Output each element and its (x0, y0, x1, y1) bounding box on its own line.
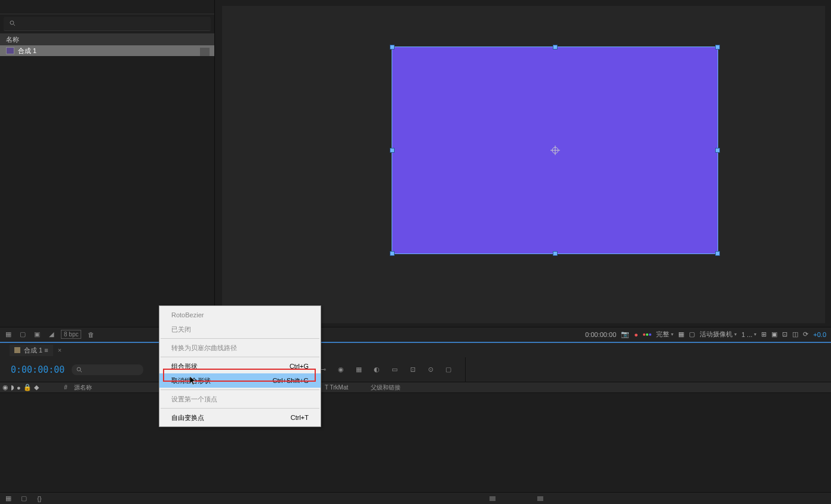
show-channel-icon[interactable]: ● (634, 331, 638, 338)
timeline-tab-comp1[interactable]: 合成 1 ≡ (10, 345, 53, 356)
snapshot-icon[interactable]: 📷 (621, 330, 629, 338)
toggle-modes-icon[interactable]: ▢ (19, 494, 29, 503)
nav-handle[interactable] (537, 496, 543, 501)
selection-handle[interactable] (390, 45, 395, 50)
search-icon (10, 20, 16, 27)
delete-icon[interactable]: 🗑 (86, 330, 96, 339)
project-search[interactable] (4, 17, 211, 31)
transparency-grid-icon[interactable]: ▦ (678, 330, 684, 338)
svg-line-6 (81, 370, 82, 372)
timeline-tabs: 合成 1 ≡ × (0, 343, 831, 357)
selection-handle[interactable] (390, 251, 395, 256)
menu-separator (161, 357, 319, 357)
menu-rotobezier: RotoBezier (159, 308, 321, 322)
safe-zones-icon[interactable]: ▣ (771, 330, 777, 338)
menu-separator (161, 408, 319, 409)
project-panel: 名称 合成 1 ▦ ▢ ▣ ◢ 8 bpc 🗑 (0, 0, 215, 341)
menu-ungroup-shapes[interactable]: 取消组合形状Ctrl+Shift+G (159, 373, 321, 388)
layer-switches-icon[interactable]: ▢ (443, 364, 454, 375)
selection-handle[interactable] (715, 148, 720, 153)
selection-handle[interactable] (715, 251, 720, 256)
project-item-comp1[interactable]: 合成 1 (0, 45, 214, 56)
timeline-footer: ▦ ▢ {} (0, 492, 466, 504)
bpc-label[interactable]: 8 bpc (61, 330, 81, 339)
menu-separator (161, 389, 319, 390)
search-icon (76, 367, 82, 373)
timeline-tools: ⊸ ◉ ▦ ◐ ▭ ⊡ ⊙ ▢ (318, 364, 454, 375)
column-parent[interactable]: 父级和链接 (368, 384, 403, 392)
new-comp-icon[interactable]: ▣ (32, 330, 42, 339)
camera-dropdown[interactable]: 活动摄像机 ▾ (700, 330, 737, 339)
frame-blend-icon[interactable]: ▦ (353, 364, 364, 375)
fast-preview-icon[interactable]: ⟳ (803, 330, 808, 338)
selection-handle[interactable] (553, 45, 558, 50)
timeline-search[interactable] (72, 364, 143, 375)
toggle-brackets-icon[interactable]: {} (35, 494, 44, 503)
label-column-icon[interactable]: ◆ (34, 384, 39, 391)
nav-handle[interactable] (490, 496, 495, 501)
toggle-switches-icon[interactable]: ▦ (4, 494, 13, 503)
selection-handle[interactable] (553, 251, 558, 256)
guides-icon[interactable]: ⊞ (761, 330, 767, 338)
selection-handle[interactable] (715, 45, 720, 50)
interpret-footage-icon[interactable]: ▦ (4, 330, 13, 339)
timeline-column-headers: ◉ ◗ ● 🔒 ◆ # 源名称 T TrkMat 父级和链接 (0, 382, 831, 393)
menu-closed: 已关闭 (159, 322, 321, 336)
grid-icon[interactable]: ⊡ (782, 330, 787, 338)
anchor-point-icon[interactable] (550, 146, 560, 155)
timeline-timecode[interactable]: 0:00:00:00 (11, 364, 64, 375)
draft3d-icon[interactable]: ◉ (336, 364, 346, 375)
lock-column-icon[interactable]: 🔒 (23, 384, 32, 391)
viewer-timecode[interactable]: 0:00:00:00 (585, 331, 616, 338)
timeline-panel: 合成 1 ≡ × 0:00:00:00 ⊸ ◉ ▦ ◐ ▭ ⊡ ⊙ ▢ (0, 342, 831, 504)
tab-label: 合成 1 ≡ (24, 346, 48, 355)
project-top-spacer (0, 0, 214, 14)
timeline-header: 0:00:00:00 ⊸ ◉ ▦ ◐ ▭ ⊡ ⊙ ▢ (0, 357, 831, 382)
mask-toggle-icon[interactable]: ▢ (689, 330, 695, 338)
motion-blur-icon[interactable]: ◐ (371, 364, 382, 375)
color-management-icon[interactable] (643, 333, 651, 336)
new-folder-icon[interactable]: ▢ (18, 330, 27, 339)
composition-icon (6, 47, 14, 54)
context-menu: RotoBezier 已关闭 转换为贝塞尔曲线路径 组合形状Ctrl+G 取消组… (159, 305, 321, 427)
project-item-label: 合成 1 (18, 47, 36, 55)
menu-free-transform[interactable]: 自由变换点Ctrl+T (159, 410, 321, 425)
view-count-dropdown[interactable]: 1 ... ▾ (741, 331, 756, 338)
resolution-dropdown[interactable]: 完整 ▾ (656, 330, 673, 339)
svg-point-0 (10, 21, 14, 24)
svg-line-1 (14, 24, 16, 26)
svg-point-5 (77, 367, 81, 371)
menu-separator (161, 338, 319, 339)
shy-icon[interactable]: ⊡ (407, 364, 418, 375)
shape-rectangle[interactable] (392, 47, 718, 254)
tab-close-icon[interactable]: × (58, 347, 61, 354)
pixel-ratio-icon[interactable]: ◫ (792, 330, 798, 338)
audio-column-icon[interactable]: ◗ (11, 384, 14, 391)
brain-icon[interactable]: ⊙ (425, 364, 436, 375)
column-source-name[interactable]: 源名称 (72, 384, 155, 392)
folder-tree-icon[interactable] (200, 48, 210, 56)
column-number[interactable]: # (60, 384, 72, 391)
cursor-icon (190, 376, 197, 387)
selection-handle[interactable] (390, 148, 395, 153)
menu-convert-bezier: 转换为贝塞尔曲线路径 (159, 341, 321, 355)
menu-first-vertex: 设置第一个顶点 (159, 392, 321, 406)
project-name-column[interactable]: 名称 (0, 33, 214, 45)
tag-icon[interactable]: ◢ (47, 330, 56, 339)
graph-editor-icon[interactable]: ▭ (389, 364, 400, 375)
exposure-value[interactable]: +0.0 (813, 331, 826, 338)
column-trkmat[interactable]: T TrkMat (322, 384, 350, 391)
solo-column-icon[interactable]: ● (17, 384, 21, 391)
viewer-canvas[interactable] (222, 6, 825, 323)
visibility-column-icon[interactable]: ◉ (2, 384, 8, 391)
timeline-navigator[interactable] (466, 492, 831, 504)
composition-viewer: 0:00:00:00 📷 ● 完整 ▾ ▦ ▢ 活动摄像机 ▾ 1 ... ▾ … (216, 0, 831, 341)
menu-group-shapes[interactable]: 组合形状Ctrl+G (159, 359, 321, 373)
